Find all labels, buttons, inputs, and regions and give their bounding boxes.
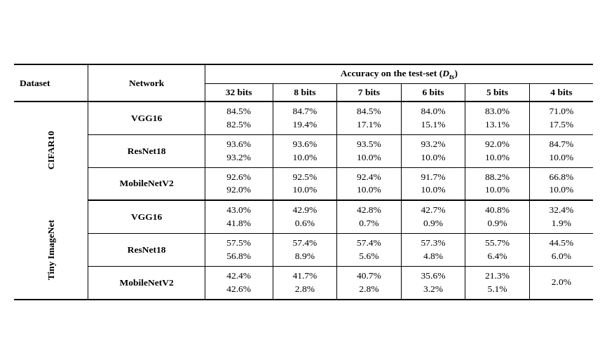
bits-7-header: 7 bits <box>337 84 402 102</box>
value-cell: 92.0%10.0% <box>465 134 530 167</box>
value-cell: 21.3%5.1% <box>465 266 530 299</box>
value-cell: 44.5%6.0% <box>529 234 593 267</box>
value-cell: 55.7%6.4% <box>465 234 530 267</box>
value-cell: 83.0%13.1% <box>465 102 530 134</box>
value-cell: 92.4%10.0% <box>337 167 402 200</box>
network-cell: ResNet18 <box>88 234 205 267</box>
network-cell: VGG16 <box>88 200 205 233</box>
value-cell: 57.3%4.8% <box>401 234 465 267</box>
value-cell: 84.7%10.0% <box>529 134 593 167</box>
bits-6-header: 6 bits <box>401 84 465 102</box>
network-cell: MobileNetV2 <box>88 167 205 200</box>
value-cell: 42.4%42.6% <box>205 266 273 299</box>
value-cell: 84.5%82.5% <box>205 102 273 134</box>
value-cell: 93.5%10.0% <box>337 134 402 167</box>
value-cell: 93.6%93.2% <box>205 134 273 167</box>
accuracy-header: Accuracy on the test-set (Dts) <box>205 64 593 83</box>
dataset-header: Dataset <box>14 64 88 102</box>
network-cell: ResNet18 <box>88 134 205 167</box>
value-cell: 42.8%0.7% <box>337 200 402 233</box>
value-cell: 40.8%0.9% <box>465 200 530 233</box>
value-cell: 32.4%1.9% <box>529 200 593 233</box>
value-cell: 84.5%17.1% <box>337 102 402 134</box>
table-wrapper: Dataset Network Accuracy on the test-set… <box>0 50 607 314</box>
value-cell: 57.4%5.6% <box>337 234 402 267</box>
bits-32-header: 32 bits <box>205 84 273 102</box>
value-cell: 84.7%19.4% <box>273 102 337 134</box>
value-cell: 71.0%17.5% <box>529 102 593 134</box>
value-cell: 92.6%92.0% <box>205 167 273 200</box>
value-cell: 84.0%15.1% <box>401 102 465 134</box>
bits-5-header: 5 bits <box>465 84 530 102</box>
value-cell: 93.6%10.0% <box>273 134 337 167</box>
value-cell: 41.7%2.8% <box>273 266 337 299</box>
value-cell: 43.0%41.8% <box>205 200 273 233</box>
value-cell: 42.7%0.9% <box>401 200 465 233</box>
value-cell: 57.4%8.9% <box>273 234 337 267</box>
dataset-cell-1: Tiny ImageNet <box>14 200 88 299</box>
results-table: Dataset Network Accuracy on the test-set… <box>14 64 593 300</box>
network-cell: MobileNetV2 <box>88 266 205 299</box>
network-cell: VGG16 <box>88 102 205 134</box>
value-cell: 92.5%10.0% <box>273 167 337 200</box>
value-cell: 42.9%0.6% <box>273 200 337 233</box>
bits-4-header: 4 bits <box>529 84 593 102</box>
value-cell: 2.0% <box>529 266 593 299</box>
value-cell: 88.2%10.0% <box>465 167 530 200</box>
value-cell: 93.2%10.0% <box>401 134 465 167</box>
value-cell: 66.8%10.0% <box>529 167 593 200</box>
value-cell: 57.5%56.8% <box>205 234 273 267</box>
bits-8-header: 8 bits <box>273 84 337 102</box>
dataset-cell-0: CIFAR10 <box>14 102 88 200</box>
value-cell: 40.7%2.8% <box>337 266 402 299</box>
network-header: Network <box>88 64 205 102</box>
value-cell: 35.6%3.2% <box>401 266 465 299</box>
value-cell: 91.7%10.0% <box>401 167 465 200</box>
